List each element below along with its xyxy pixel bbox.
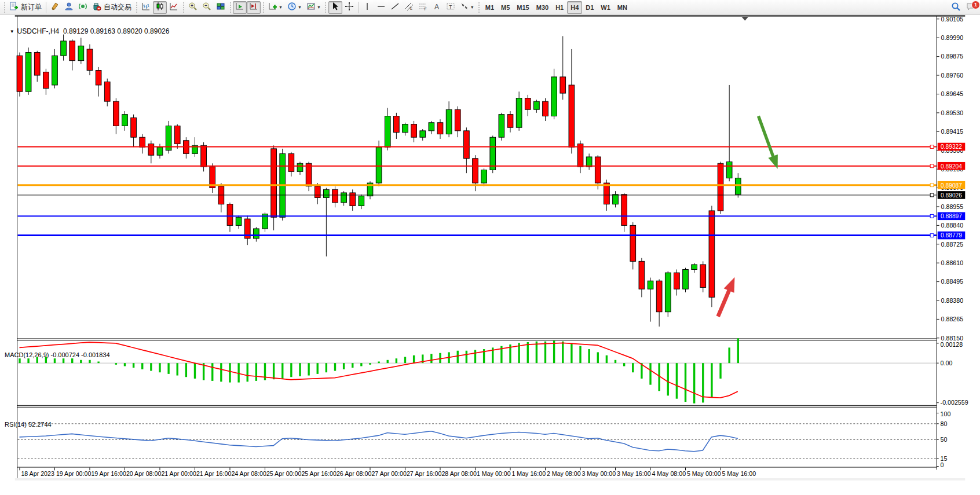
candle-body [70,41,75,61]
candle-body [324,189,330,197]
timeframe-m15-button[interactable]: M15 [513,1,532,14]
hline-price-label: 0.88779 [941,232,962,239]
zoom-out-icon [202,2,211,13]
horizontal-line-button[interactable] [374,1,388,14]
rsi-line [19,431,737,452]
line-chart-button[interactable] [167,1,181,14]
chart-shift-button[interactable] [247,1,261,14]
candle-body [315,186,320,198]
chart-shift-marker [741,17,748,21]
styles-button[interactable] [48,1,62,14]
chevron-down-icon: ▼ [470,5,474,9]
rsi-tick-label: 100 [941,410,951,417]
hline-anchor [930,214,934,218]
candle-body [174,126,180,144]
periods-button[interactable]: ▼ [285,1,304,14]
price-tick-label: 0.88265 [941,316,964,322]
candle-body [61,41,67,56]
chart-canvas[interactable]: 0.901050.899900.898750.897600.896450.895… [0,15,980,495]
candlestick-chart-button[interactable] [153,1,167,14]
bar-chart-button[interactable] [139,1,153,14]
crosshair-icon [345,2,354,13]
candle-body [376,147,382,183]
candle-body [114,101,119,126]
timeframe-h1-button[interactable]: H1 [552,1,567,14]
search-button[interactable] [949,1,963,14]
candle-body [429,123,434,131]
timeframe-m5-button[interactable]: M5 [498,1,513,14]
candle-body [726,162,732,178]
candle-body [140,137,145,147]
red-up-arrow [713,275,740,318]
timeframe-h4-button[interactable]: H4 [567,1,582,14]
auto-trading-button[interactable]: 自动交易 [90,1,134,14]
time-tick-label: 20 Apr 08:00 [126,470,162,477]
new-order-label: 新订单 [21,2,42,12]
chart-shift-icon [249,2,258,13]
zoom-in-button[interactable] [186,1,200,14]
cursor-icon [331,2,340,13]
timeframe-w1-button[interactable]: W1 [597,1,614,14]
zoom-out-button[interactable] [200,1,214,14]
notifications-button[interactable]: 1 [963,1,978,14]
arrows-button[interactable]: ▼ [458,1,477,14]
time-tick-label: 3 May 16:00 [617,470,651,477]
trendline-button[interactable] [388,1,402,14]
time-tick-label: 26 Apr 08:00 [337,470,372,477]
auto-scroll-button[interactable] [233,1,247,14]
signals-button[interactable] [76,1,90,14]
candle-body [534,101,540,109]
text-icon: A [432,2,441,13]
time-tick-label: 25 Apr 16:00 [301,470,337,477]
indicators-button[interactable]: ▼ [266,1,285,14]
vertical-line-icon [363,2,372,13]
zoom-in-icon [188,2,198,13]
templates-button[interactable]: ▼ [304,1,323,14]
styles-icon [50,2,60,13]
timeframe-mn-button[interactable]: MN [614,1,631,14]
fibonacci-button[interactable]: F [416,1,430,14]
price-tick-label: 0.88380 [941,297,964,304]
notification-badge: 1 [971,1,980,9]
new-order-button[interactable]: 新订单 [7,1,44,14]
hline-price-label: 0.89322 [941,144,962,150]
timeframe-m30-button[interactable]: M30 [533,1,552,14]
tile-windows-button[interactable] [214,1,228,14]
auto-trading-icon [92,2,101,13]
macd-label: MACD(12,26,9) -0.000724 -0.001834 [5,351,110,358]
macd-tick-label: 0.00 [941,360,953,366]
price-tick-label: 0.90105 [941,16,964,23]
candle-body [17,56,23,91]
candle-body [507,115,513,128]
chart-title: ▼USDCHF-,H4 0.89129 0.89163 0.89020 0.89… [6,19,169,35]
chevron-down-icon: ▼ [298,5,302,9]
svg-text:F: F [424,7,426,11]
rsi-tick-label: 0 [941,461,944,468]
line-chart-icon [169,2,178,13]
toolbar: 新订单 自动交易 ▼ ▼ [0,0,980,15]
crosshair-button[interactable] [342,1,356,14]
text-label-button[interactable]: T [444,1,458,14]
cursor-button[interactable] [328,1,342,14]
candle-body [394,116,400,132]
price-tick-label: 0.88725 [941,241,964,248]
timeframe-d1-button[interactable]: D1 [582,1,597,14]
candle-body [735,178,741,195]
price-tick-label: 0.89415 [941,128,964,135]
candle-body [613,195,619,204]
candle-body [148,144,154,155]
price-tick-label: 0.89990 [941,34,964,41]
toolbar-separator [46,2,46,13]
candle-body [87,49,93,71]
candle-body [473,159,478,183]
vertical-line-button[interactable] [360,1,374,14]
timeframe-m1-button[interactable]: M1 [482,1,498,14]
channel-button[interactable]: E [402,1,416,14]
toolbar-separator [358,2,359,13]
text-button[interactable]: A [430,1,444,14]
profile-button[interactable] [62,1,76,14]
time-tick-label: 18 Apr 2023 [21,470,54,477]
window-bottom-strip [15,478,966,481]
time-tick-label: 21 Apr 16:00 [196,470,232,477]
symbol-dropdown-icon[interactable]: ▼ [10,29,14,34]
